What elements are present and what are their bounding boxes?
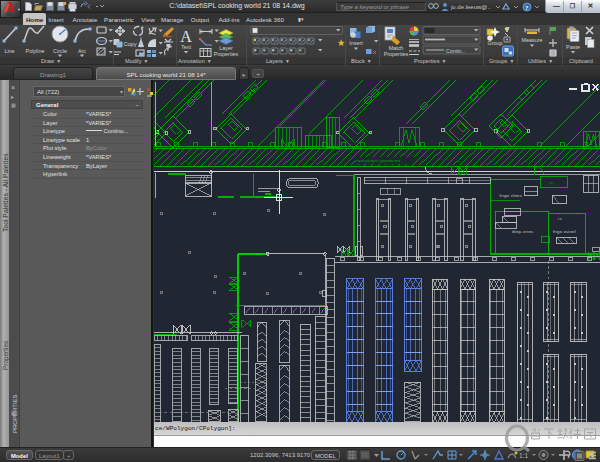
svg-text:Insert: Insert xyxy=(349,40,363,46)
svg-text:Arc: Arc xyxy=(78,48,86,54)
svg-text:Contin...: Contin... xyxy=(446,48,466,54)
svg-text:jo.de.leeuw@..: jo.de.leeuw@.. xyxy=(450,4,491,10)
svg-text:frigo vlees: frigo vlees xyxy=(500,193,523,198)
svg-text:1:1: 1:1 xyxy=(519,452,528,459)
svg-text:?: ? xyxy=(525,4,528,11)
svg-text:Group: Group xyxy=(488,40,503,46)
svg-text:Polyline: Polyline xyxy=(26,48,45,54)
svg-text:Circle: Circle xyxy=(53,48,67,54)
svg-text:Measure: Measure xyxy=(522,37,543,43)
svg-text:Properties: Properties xyxy=(384,51,409,57)
svg-text:i.s.: i.s. xyxy=(558,217,562,221)
svg-text:Copy: Copy xyxy=(123,41,136,47)
svg-text:diep-vries: diep-vries xyxy=(512,229,534,234)
svg-text:Properties: Properties xyxy=(214,51,239,57)
svg-text:ontvangst goederen: ontvangst goederen xyxy=(358,158,401,163)
svg-text:i.s.: i.s. xyxy=(549,181,554,185)
svg-text:Paste: Paste xyxy=(566,44,580,50)
svg-text:frigo zuivel: frigo zuivel xyxy=(553,229,576,234)
svg-text:Text: Text xyxy=(181,44,191,50)
svg-text:Line: Line xyxy=(4,48,14,54)
svg-text:A: A xyxy=(180,28,192,45)
